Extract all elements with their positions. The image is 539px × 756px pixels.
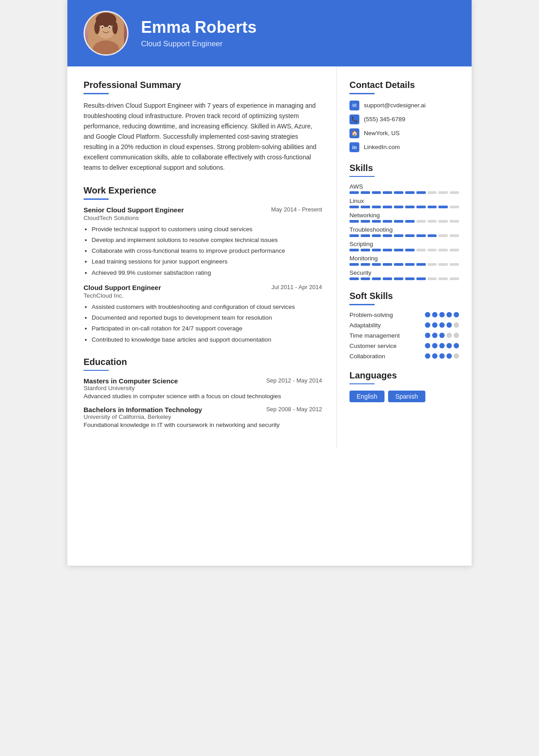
skill-dot <box>432 322 437 328</box>
skill-bar-segment <box>438 206 448 208</box>
edu-degree-2: Bachelors in Information Technology <box>84 406 202 413</box>
skill-dot <box>446 353 452 359</box>
skill-bar-segment <box>383 191 392 194</box>
edu-entry-1: Masters in Computer Science Sep 2012 - M… <box>84 377 322 400</box>
skill-item: AWS <box>349 183 459 194</box>
skill-bar <box>349 220 459 223</box>
job-bullets-2: Assisted customers with troubleshooting … <box>84 303 322 344</box>
list-item: Lead training sessions for junior suppor… <box>92 257 322 266</box>
soft-skills-underline <box>349 304 375 305</box>
skills-underline <box>349 176 375 177</box>
skill-dots <box>425 312 459 317</box>
list-item: Documented and reported bugs to developm… <box>92 313 322 322</box>
skill-bar-segment <box>372 191 381 194</box>
skill-label: Networking <box>349 212 459 219</box>
contact-item-phone: 📞 (555) 345-6789 <box>349 114 459 124</box>
skill-bar-segment <box>416 277 426 280</box>
skill-bar <box>349 234 459 237</box>
skill-dot <box>425 312 430 317</box>
skill-dot <box>454 333 459 338</box>
skill-item: Scripting <box>349 241 459 251</box>
skill-bar-segment <box>394 277 403 280</box>
skill-dot <box>446 312 452 317</box>
soft-skills-list: Problem-solvingAdaptabilityTime manageme… <box>349 312 459 360</box>
skill-bar-segment <box>394 234 403 237</box>
edu-desc-1: Advanced studies in computer science wit… <box>84 393 322 400</box>
edu-degree-1: Masters in Computer Science <box>84 377 178 385</box>
skill-dot <box>454 312 459 317</box>
skill-dot <box>432 343 437 348</box>
job-entry-2: Cloud Support Engineer Jul 2011 - Apr 20… <box>84 284 322 344</box>
skill-bar-segment <box>405 277 415 280</box>
skill-dot <box>454 322 459 328</box>
skill-bar-segment <box>349 263 359 266</box>
skill-bar-segment <box>438 220 448 223</box>
skill-dot <box>439 312 445 317</box>
skill-bar-segment <box>416 206 426 208</box>
skills-section: Skills AWSLinuxNetworkingTroubleshooting… <box>349 163 459 281</box>
skill-bar-segment <box>361 249 370 251</box>
skill-label: AWS <box>349 183 459 190</box>
skill-bar-segment <box>383 263 392 266</box>
skill-label: Monitoring <box>349 255 459 262</box>
summary-text: Results-driven Cloud Support Engineer wi… <box>84 101 322 173</box>
soft-skill-item: Time management <box>349 332 459 339</box>
work-experience-section: Work Experience Senior Cloud Support Eng… <box>84 185 322 344</box>
skill-bar-segment <box>372 249 381 251</box>
edu-dates-2: Sep 2008 - May 2012 <box>266 406 322 413</box>
skill-item: Security <box>349 269 459 280</box>
resume-page: Emma Roberts Cloud Support Engineer Prof… <box>67 0 472 566</box>
header: Emma Roberts Cloud Support Engineer <box>67 0 472 66</box>
job-company-2: TechCloud Inc. <box>84 292 322 299</box>
list-item: Provide technical support to customers u… <box>92 225 322 234</box>
skill-bar-segment <box>349 206 359 208</box>
linkedin-icon: in <box>349 142 359 152</box>
skill-bar-segment <box>349 191 359 194</box>
skill-dot <box>446 343 452 348</box>
header-text-block: Emma Roberts Cloud Support Engineer <box>141 18 257 48</box>
skill-dot <box>454 353 459 359</box>
skill-bar-segment <box>372 263 381 266</box>
job-dates-2: Jul 2011 - Apr 2014 <box>271 284 322 290</box>
list-item: Contributed to knowledge base articles a… <box>92 335 322 344</box>
job-company-1: CloudTech Solutions <box>84 215 322 221</box>
list-item: Achieved 99.9% customer satisfaction rat… <box>92 268 322 277</box>
edu-school-2: University of California, Berkeley <box>84 413 322 420</box>
languages-underline <box>349 383 375 385</box>
skill-bar-segment <box>405 263 415 266</box>
skill-dot <box>425 333 430 338</box>
skill-bar <box>349 206 459 208</box>
skill-bar-segment <box>428 234 437 237</box>
skill-bar-segment <box>361 263 370 266</box>
skill-bar-segment <box>349 249 359 251</box>
edu-desc-2: Foundational knowledge in IT with course… <box>84 422 322 428</box>
skill-bar-segment <box>349 277 359 280</box>
skill-bar-segment <box>405 206 415 208</box>
list-item: Develop and implement solutions to resol… <box>92 236 322 245</box>
soft-skill-label: Problem-solving <box>349 312 425 318</box>
skills-title: Skills <box>349 163 459 173</box>
skill-bar-segment <box>394 220 403 223</box>
skill-bar-segment <box>383 220 392 223</box>
skill-dot <box>439 333 445 338</box>
skills-list: AWSLinuxNetworkingTroubleshootingScripti… <box>349 183 459 280</box>
summary-section: Professional Summary Results-driven Clou… <box>84 80 322 173</box>
skill-bar-segment <box>405 234 415 237</box>
skill-bar <box>349 249 459 251</box>
soft-skill-item: Customer service <box>349 343 459 349</box>
skill-dot <box>425 343 430 348</box>
languages-title: Languages <box>349 370 459 381</box>
job-entry-1: Senior Cloud Support Engineer May 2014 -… <box>84 206 322 277</box>
soft-skill-item: Problem-solving <box>349 312 459 318</box>
language-pills: EnglishSpanish <box>349 391 459 402</box>
skill-bar-segment <box>361 277 370 280</box>
skill-bar-segment <box>428 220 437 223</box>
skill-bar-segment <box>361 191 370 194</box>
skill-dot <box>439 322 445 328</box>
skill-bar-segment <box>383 206 392 208</box>
list-item: Assisted customers with troubleshooting … <box>92 303 322 312</box>
skill-bar-segment <box>428 263 437 266</box>
skill-bar-segment <box>394 191 403 194</box>
language-pill: English <box>349 391 384 402</box>
svg-point-8 <box>102 26 103 28</box>
